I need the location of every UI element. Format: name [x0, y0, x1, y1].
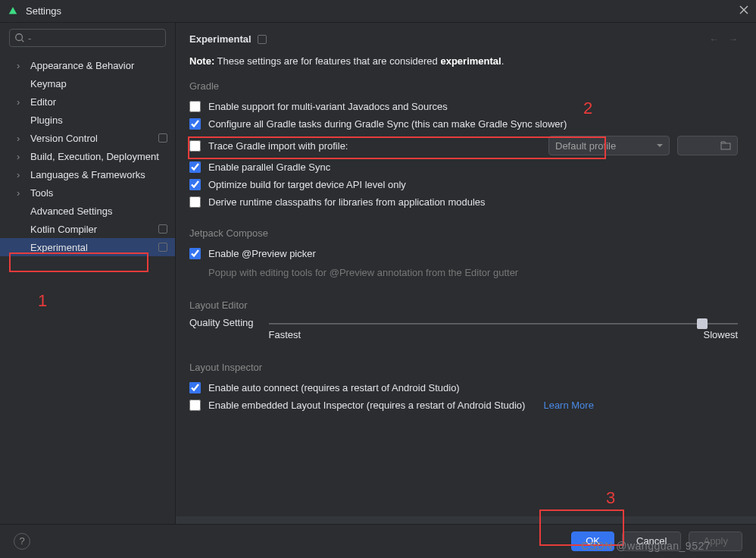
apply-button[interactable]: Apply — [689, 531, 742, 551]
quality-label: Quality Setting — [189, 317, 254, 328]
check-trace[interactable]: Trace Gradle import with profile: — [189, 140, 348, 152]
preview-desc: Popup with editing tools for @Preview an… — [208, 265, 518, 280]
settings-content: ← → Experimental Note: These settings ar… — [176, 23, 756, 524]
svg-point-2 — [16, 34, 23, 41]
chevron-right-icon: › — [17, 187, 24, 199]
checkbox[interactable] — [189, 118, 201, 130]
checkbox[interactable] — [189, 140, 201, 152]
learn-more-link[interactable]: Learn More — [543, 400, 593, 411]
cancel-button[interactable]: Cancel — [622, 531, 681, 551]
sidebar-item-tools[interactable]: ›Tools — [0, 183, 175, 202]
check-parallel[interactable]: Enable parallel Gradle Sync — [189, 158, 738, 176]
project-badge-icon — [258, 35, 267, 44]
sidebar-item-languages[interactable]: ›Languages & Frameworks — [0, 165, 175, 183]
section-layout-inspector: Layout Inspector — [189, 362, 738, 373]
search-icon — [14, 33, 25, 43]
folder-icon — [720, 141, 731, 150]
checkbox[interactable] — [189, 161, 201, 173]
sidebar-item-advanced[interactable]: Advanced Settings — [0, 202, 175, 220]
chevron-right-icon: › — [17, 151, 24, 162]
check-javadocs[interactable]: Enable support for multi-variant Javadoc… — [189, 98, 738, 115]
chevron-right-icon: › — [17, 169, 24, 180]
ok-button[interactable]: OK — [571, 531, 614, 551]
check-configure-all[interactable]: Configure all Gradle tasks during Gradle… — [189, 115, 738, 133]
browse-button[interactable] — [677, 136, 738, 155]
search-input[interactable]: - — [9, 29, 166, 47]
chevron-right-icon: › — [17, 133, 24, 144]
horizontal-scrollbar[interactable] — [176, 516, 756, 524]
slowest-label: Slowest — [703, 329, 738, 340]
check-derive[interactable]: Derive runtime classpaths for libraries … — [189, 193, 738, 211]
sidebar-item-keymap[interactable]: Keymap — [0, 74, 175, 92]
page-title: Experimental — [189, 33, 738, 45]
profile-select[interactable]: Default profile — [548, 136, 670, 155]
note-text: Note: These settings are for features th… — [189, 55, 738, 67]
forward-icon[interactable]: → — [728, 33, 738, 45]
checkbox[interactable] — [189, 400, 201, 411]
sidebar-item-kotlin[interactable]: Kotlin Compiler — [0, 220, 175, 238]
sidebar-item-appearance[interactable]: ›Appearance & Behavior — [0, 56, 175, 74]
dialog-footer: ? OK Cancel Apply — [0, 524, 756, 557]
section-jetpack: Jetpack Compose — [189, 227, 738, 239]
sidebar-item-editor[interactable]: ›Editor — [0, 92, 175, 111]
close-icon[interactable] — [739, 5, 748, 17]
titlebar: Settings — [0, 0, 756, 23]
project-badge-icon — [158, 133, 167, 143]
settings-tree: ›Appearance & Behavior Keymap ›Editor Pl… — [0, 53, 175, 256]
checkbox[interactable] — [189, 382, 201, 393]
sidebar-item-plugins[interactable]: Plugins — [0, 111, 175, 129]
help-button[interactable]: ? — [14, 533, 30, 550]
checkbox[interactable] — [189, 179, 201, 190]
sidebar-item-vcs[interactable]: ›Version Control — [0, 129, 175, 147]
check-embedded[interactable]: Enable embedded Layout Inspector (requir… — [189, 400, 525, 411]
project-badge-icon — [158, 224, 167, 234]
svg-line-3 — [22, 40, 24, 42]
checkbox[interactable] — [189, 196, 201, 208]
sidebar-item-build[interactable]: ›Build, Execution, Deployment — [0, 147, 175, 165]
android-studio-icon — [8, 6, 18, 17]
section-gradle: Gradle — [189, 80, 738, 92]
back-icon[interactable]: ← — [709, 33, 719, 45]
chevron-right-icon: › — [17, 60, 24, 71]
fastest-label: Fastest — [269, 329, 301, 340]
check-optimize[interactable]: Optimize build for target device API lev… — [189, 176, 738, 193]
check-auto-connect[interactable]: Enable auto connect (requires a restart … — [189, 379, 738, 397]
settings-sidebar: - ›Appearance & Behavior Keymap ›Editor … — [0, 23, 176, 524]
quality-slider[interactable] — [269, 323, 738, 324]
project-badge-icon — [158, 243, 167, 252]
nav-arrows: ← → — [709, 33, 738, 45]
checkbox[interactable] — [189, 101, 201, 112]
svg-rect-4 — [721, 143, 730, 149]
chevron-right-icon: › — [17, 96, 24, 108]
slider-thumb[interactable] — [697, 318, 708, 329]
section-layout-editor: Layout Editor — [189, 299, 738, 311]
check-preview[interactable]: Enable @Preview picker — [189, 245, 738, 262]
checkbox[interactable] — [189, 248, 201, 259]
sidebar-item-experimental[interactable]: Experimental — [0, 238, 175, 256]
window-title: Settings — [26, 5, 739, 17]
